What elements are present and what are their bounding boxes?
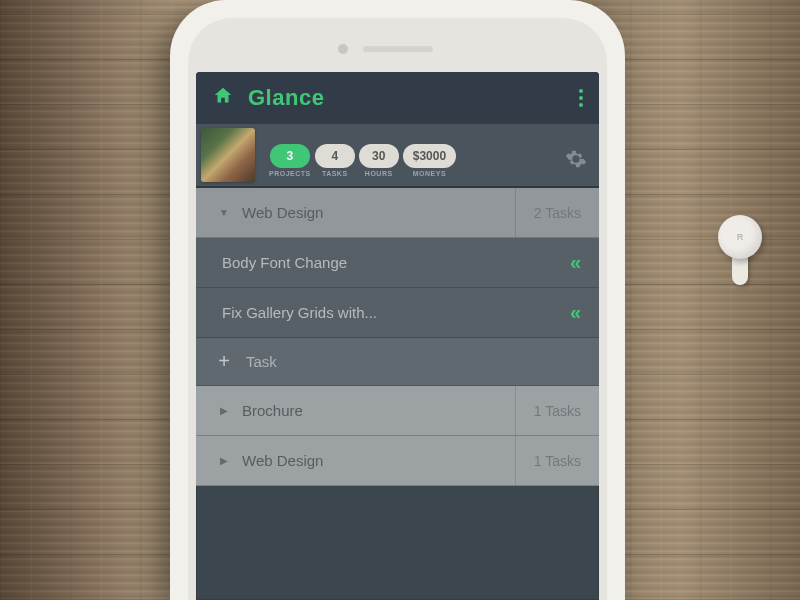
earbud-prop: R (710, 215, 770, 285)
stat-tasks-label: TASKS (322, 170, 348, 177)
project-name: Web Design (234, 452, 515, 469)
avatar[interactable] (201, 128, 255, 182)
stat-hours-pill[interactable]: 30 (359, 144, 399, 168)
task-row[interactable]: Body Font Change « (196, 238, 599, 288)
stat-moneys-pill[interactable]: $3000 (403, 144, 456, 168)
app-title: Glance (248, 85, 565, 111)
stat-hours-label: HOURS (365, 170, 393, 177)
add-task-row[interactable]: + Task (196, 338, 599, 386)
home-icon[interactable] (212, 85, 234, 111)
task-row[interactable]: Fix Gallery Grids with... « (196, 288, 599, 338)
more-icon[interactable] (579, 89, 583, 107)
phone-speaker (363, 46, 433, 52)
task-count: 1 Tasks (515, 436, 581, 485)
swipe-left-icon[interactable]: « (570, 301, 581, 324)
project-row-expanded[interactable]: ▼ Web Design 2 Tasks (196, 188, 599, 238)
stat-tasks-pill[interactable]: 4 (315, 144, 355, 168)
swipe-left-icon[interactable]: « (570, 251, 581, 274)
add-task-label: Task (234, 353, 277, 370)
project-row-collapsed[interactable]: ▶ Web Design 1 Tasks (196, 436, 599, 486)
task-name: Fix Gallery Grids with... (222, 304, 570, 321)
gear-icon[interactable] (565, 136, 587, 174)
task-count: 2 Tasks (515, 188, 581, 237)
stat-moneys-label: MONEYS (413, 170, 446, 177)
stat-projects-label: PROJECTS (269, 170, 311, 177)
app-screen: Glance 3 PROJECTS 4 TASKS 30 HO (196, 72, 599, 600)
stat-projects-pill[interactable]: 3 (270, 144, 310, 168)
project-name: Web Design (234, 204, 515, 221)
plus-icon: + (214, 350, 234, 373)
project-row-collapsed[interactable]: ▶ Brochure 1 Tasks (196, 386, 599, 436)
chevron-right-icon: ▶ (214, 405, 234, 416)
project-name: Brochure (234, 402, 515, 419)
phone-camera (338, 44, 348, 54)
stat-pills: 3 PROJECTS 4 TASKS 30 HOURS $3000 MONEYS (269, 134, 557, 177)
phone-frame: Glance 3 PROJECTS 4 TASKS 30 HO (170, 0, 625, 600)
chevron-down-icon: ▼ (214, 207, 234, 218)
task-name: Body Font Change (222, 254, 570, 271)
stats-bar: 3 PROJECTS 4 TASKS 30 HOURS $3000 MONEYS (196, 124, 599, 188)
task-count: 1 Tasks (515, 386, 581, 435)
chevron-right-icon: ▶ (214, 455, 234, 466)
app-header: Glance (196, 72, 599, 124)
